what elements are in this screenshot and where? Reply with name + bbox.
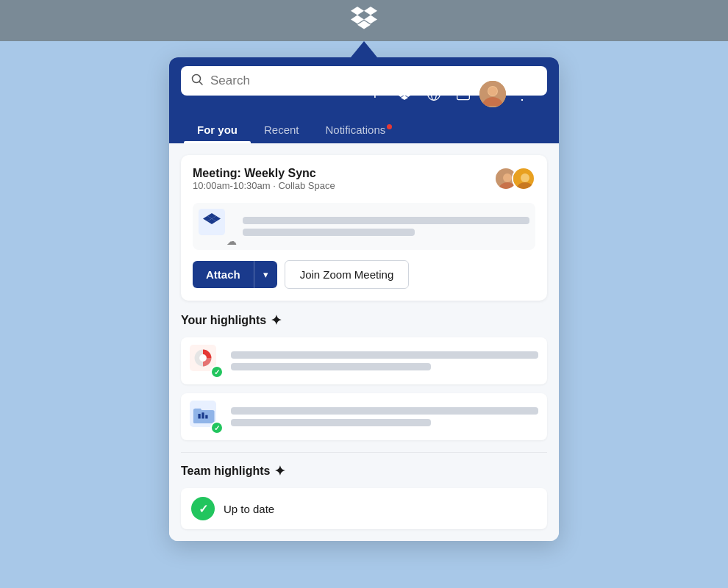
- up-to-date-check-icon: ✓: [191, 497, 215, 520]
- meeting-title: Meeting: Weekly Sync: [193, 167, 335, 180]
- highlight-line-1a: [231, 351, 538, 359]
- top-bar: [0, 0, 728, 41]
- svg-rect-18: [201, 412, 204, 418]
- popup-pointer: [351, 41, 377, 57]
- tab-for-you[interactable]: For you: [184, 116, 251, 143]
- more-options-icon[interactable]: ⋮: [509, 81, 535, 107]
- pie-chart-icon-wrap: ✓: [190, 345, 222, 377]
- tab-recent[interactable]: Recent: [251, 116, 313, 143]
- participant-avatars: [494, 167, 535, 190]
- tab-notifications[interactable]: Notifications: [313, 116, 406, 143]
- header-icons: +: [362, 81, 535, 107]
- highlights-list: ✓: [181, 337, 547, 440]
- team-highlights-section: Team highlights ✦ ✓ Up to date: [181, 452, 547, 529]
- svg-rect-17: [198, 414, 200, 419]
- nav-tabs: For you Recent Notifications: [181, 116, 547, 143]
- highlight-lines-1: [231, 351, 538, 370]
- highlight-line-2a: [231, 407, 538, 415]
- highlight-item-2[interactable]: ✓: [181, 393, 547, 440]
- add-button[interactable]: +: [362, 81, 388, 107]
- search-icon: [191, 74, 203, 88]
- up-to-date-row: ✓ Up to date: [181, 488, 547, 529]
- up-to-date-label: Up to date: [224, 503, 274, 515]
- your-highlights-title: Your highlights ✦: [181, 312, 547, 329]
- folder-building-icon-wrap: ✓: [190, 401, 222, 433]
- check-badge-2: ✓: [210, 421, 224, 434]
- your-highlights-section: Your highlights ✦ ✓: [181, 312, 547, 529]
- folder-icon[interactable]: [450, 81, 477, 107]
- popup-card: +: [169, 57, 559, 541]
- team-highlights-title: Team highlights ✦: [181, 463, 547, 479]
- action-buttons: Attach ▾ Join Zoom Meeting: [193, 260, 535, 289]
- check-badge-1: ✓: [210, 365, 224, 379]
- attach-button-group: Attach ▾: [193, 261, 277, 288]
- globe-icon[interactable]: [421, 81, 447, 107]
- meeting-header: Meeting: Weekly Sync 10:00am-10:30am · C…: [193, 167, 535, 200]
- dropbox-icon[interactable]: [391, 81, 418, 107]
- svg-point-7: [488, 87, 497, 96]
- meeting-card: Meeting: Weekly Sync 10:00am-10:30am · C…: [181, 155, 547, 301]
- user-avatar[interactable]: [479, 81, 506, 107]
- attach-dropdown-button[interactable]: ▾: [254, 261, 277, 288]
- file-line-1: [243, 217, 529, 224]
- svg-line-1: [200, 82, 203, 85]
- highlight-item-1[interactable]: ✓: [181, 337, 547, 384]
- svg-point-11: [521, 173, 529, 182]
- file-line-2: [243, 229, 415, 236]
- notification-badge: [387, 124, 392, 129]
- participant-avatar-2: [512, 167, 535, 190]
- svg-point-9: [503, 173, 512, 182]
- file-preview: ☁: [193, 203, 535, 250]
- cloud-badge-icon: ☁: [226, 235, 237, 247]
- file-lines: [243, 217, 529, 236]
- highlight-line-2b: [231, 419, 431, 426]
- svg-rect-19: [205, 415, 207, 419]
- svg-point-0: [193, 75, 201, 83]
- highlight-line-1b: [231, 363, 431, 370]
- popup-header: +: [169, 57, 559, 143]
- svg-point-15: [199, 354, 207, 362]
- meeting-time: 10:00am-10:30am · Collab Space: [193, 180, 335, 191]
- team-sparkle-icon: ✦: [274, 463, 285, 479]
- highlight-lines-2: [231, 407, 538, 426]
- attach-button[interactable]: Attach: [193, 261, 254, 288]
- dropbox-logo-icon: [351, 7, 377, 35]
- sparkle-icon: ✦: [271, 312, 282, 329]
- popup-content: Meeting: Weekly Sync 10:00am-10:30am · C…: [169, 143, 559, 541]
- file-icon-wrap: ☁: [199, 209, 234, 244]
- join-zoom-button[interactable]: Join Zoom Meeting: [285, 260, 410, 289]
